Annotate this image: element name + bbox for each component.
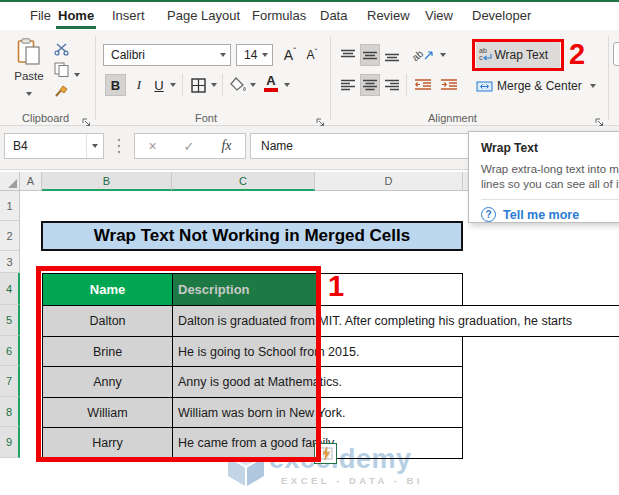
name-box-chevron-icon xyxy=(92,144,98,148)
copy-icon xyxy=(54,62,70,77)
cancel-button[interactable]: × xyxy=(148,138,156,154)
tab-home[interactable]: Home xyxy=(58,8,94,23)
merge-center-button[interactable]: Merge & Center xyxy=(476,74,596,98)
small-divider xyxy=(222,74,223,96)
font-size-value: 14 xyxy=(244,48,257,62)
row-header-1[interactable]: 1 xyxy=(0,191,20,221)
row-header-9[interactable]: 9 xyxy=(0,427,20,458)
shrink-font-glyph: A xyxy=(306,48,314,62)
shrink-font-button[interactable]: Aˇ xyxy=(302,44,322,66)
font-name-select[interactable]: Calibri xyxy=(103,44,231,66)
align-center-icon xyxy=(363,79,377,92)
merge-center-chevron-icon xyxy=(590,84,596,88)
align-center-button[interactable] xyxy=(360,74,380,96)
fill-color-button[interactable] xyxy=(228,74,248,96)
underline-button[interactable]: U xyxy=(150,74,168,96)
paste-label: Paste xyxy=(8,70,50,82)
align-middle-button[interactable] xyxy=(360,44,380,66)
tab-insert[interactable]: Insert xyxy=(112,8,145,23)
font-color-button[interactable]: A xyxy=(262,72,280,94)
row-header-6[interactable]: 6 xyxy=(0,336,20,366)
alignment-group-label: Alignment xyxy=(428,112,477,124)
merge-center-icon xyxy=(476,80,493,93)
row-header-7[interactable]: 7 xyxy=(0,366,20,397)
underline-glyph: U xyxy=(154,78,163,93)
title-text: Wrap Text Not Working in Merged Cells xyxy=(94,226,410,246)
grow-font-button[interactable]: Aˆ xyxy=(280,44,300,66)
tab-page-layout[interactable]: Page Layout xyxy=(167,8,240,23)
align-left-button[interactable] xyxy=(338,74,358,96)
formula-bar-grip-icon xyxy=(117,138,121,154)
align-bottom-button[interactable] xyxy=(382,44,402,66)
row-header-2[interactable]: 2 xyxy=(0,221,20,251)
copy-chevron-icon xyxy=(74,73,80,77)
row-header-5[interactable]: 5 xyxy=(0,305,20,336)
column-header-b[interactable]: B xyxy=(42,172,172,191)
align-left-icon xyxy=(341,79,355,92)
tab-developer[interactable]: Developer xyxy=(472,8,531,23)
annotation-box-2 xyxy=(472,39,564,71)
borders-chevron-icon xyxy=(211,83,217,87)
fill-color-chevron-icon xyxy=(250,83,256,87)
insert-function-button[interactable]: fx xyxy=(221,138,231,154)
column-header-a[interactable]: A xyxy=(20,172,42,191)
italic-glyph: I xyxy=(137,77,141,93)
column-header-c[interactable]: C xyxy=(172,172,315,191)
name-box[interactable]: B4 xyxy=(4,133,104,159)
increase-indent-button[interactable] xyxy=(438,74,460,96)
excel-window: File Home Insert Page Layout Formulas Da… xyxy=(0,0,619,495)
cut-button[interactable] xyxy=(54,42,69,60)
select-all-button[interactable] xyxy=(0,172,20,191)
tab-formulas[interactable]: Formulas xyxy=(252,8,306,23)
grow-font-glyph: A xyxy=(284,47,293,63)
font-color-glyph: A xyxy=(266,74,275,87)
fill-color-icon xyxy=(230,77,247,93)
tooltip-body-line1: Wrap extra-long text into multiple xyxy=(481,162,619,177)
borders-button[interactable] xyxy=(188,74,208,96)
format-painter-button[interactable] xyxy=(54,84,70,103)
font-color-bar xyxy=(264,88,278,92)
tab-file[interactable]: File xyxy=(30,8,51,23)
row-header-8[interactable]: 8 xyxy=(0,397,20,427)
small-divider xyxy=(406,74,407,96)
align-right-button[interactable] xyxy=(382,74,402,96)
clipboard-group-label: Clipboard xyxy=(22,112,69,124)
title-cell[interactable]: Wrap Text Not Working in Merged Cells xyxy=(41,221,463,251)
help-question-icon: ? xyxy=(481,207,496,222)
align-top-button[interactable] xyxy=(338,44,358,66)
ribbon: Paste Clipboard xyxy=(0,30,619,126)
wrap-text-tooltip: Wrap Text Wrap extra-long text into mult… xyxy=(468,131,619,223)
orientation-button[interactable]: ab xyxy=(410,44,436,66)
formula-value: Name xyxy=(261,139,293,153)
decrease-indent-button[interactable] xyxy=(412,74,434,96)
ribbon-tab-bar: File Home Insert Page Layout Formulas Da… xyxy=(0,2,619,30)
row-header-4[interactable]: 4 xyxy=(0,273,20,305)
font-size-select[interactable]: 14 xyxy=(236,44,273,66)
name-box-value: B4 xyxy=(13,139,28,153)
clipboard-icon xyxy=(17,38,41,66)
enter-button[interactable]: ✓ xyxy=(184,139,195,154)
bold-button[interactable]: B xyxy=(105,74,126,96)
tooltip-divider xyxy=(481,199,619,200)
tab-review[interactable]: Review xyxy=(367,8,410,23)
annotation-box-1 xyxy=(36,266,321,462)
formula-buttons: × ✓ fx xyxy=(134,133,246,159)
merge-center-label: Merge & Center xyxy=(497,79,582,93)
tab-view[interactable]: View xyxy=(425,8,453,23)
tell-me-more-link[interactable]: ? Tell me more xyxy=(481,207,619,222)
decrease-indent-icon xyxy=(415,79,431,91)
copy-button[interactable] xyxy=(54,62,80,81)
number-format-select-partial[interactable] xyxy=(613,42,619,66)
annotation-number-2: 2 xyxy=(569,38,585,71)
column-header-d[interactable]: D xyxy=(315,172,463,191)
paste-button[interactable]: Paste xyxy=(8,38,50,104)
annotation-number-1: 1 xyxy=(328,270,344,303)
increase-indent-icon xyxy=(441,79,457,91)
orientation-chevron-icon xyxy=(440,53,446,57)
tab-data[interactable]: Data xyxy=(320,8,347,23)
watermark-tagline: EXCEL - DATA - BI xyxy=(281,475,423,486)
borders-icon xyxy=(191,78,206,93)
row-header-3[interactable]: 3 xyxy=(0,251,20,273)
italic-button[interactable]: I xyxy=(130,74,148,96)
align-right-icon xyxy=(385,79,399,92)
